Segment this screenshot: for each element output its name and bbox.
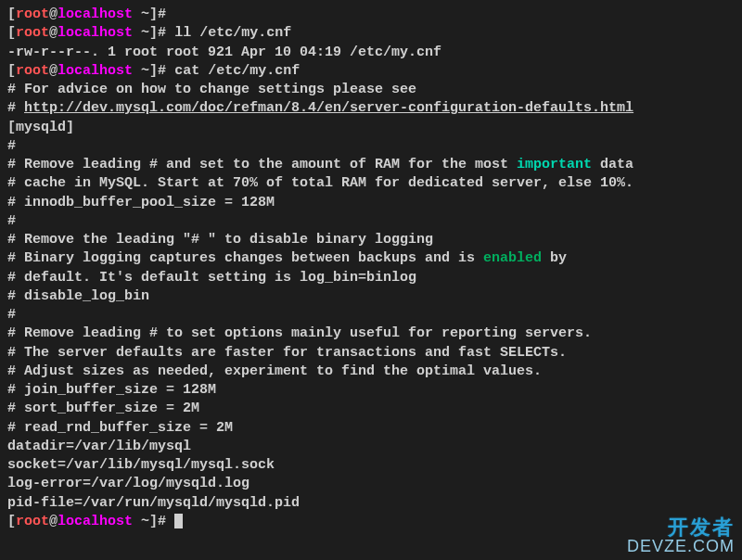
file-line: # Remove leading # to set options mainly…	[7, 325, 735, 343]
file-line: # default. It's default setting is log_b…	[7, 269, 735, 287]
prompt-line-4[interactable]: [root@localhost ~]#	[7, 513, 735, 531]
file-line: # The server defaults are faster for tra…	[7, 344, 735, 363]
file-line: # Remove the leading "# " to disable bin…	[7, 231, 735, 249]
terminal-output[interactable]: [root@localhost ~]# [root@localhost ~]# …	[7, 6, 735, 531]
file-line: log-error=/var/log/mysqld.log	[7, 475, 735, 493]
file-line: #	[7, 306, 735, 325]
file-line: #	[7, 212, 735, 231]
file-line: # disable_log_bin	[7, 287, 735, 306]
file-line: # innodb_buffer_pool_size = 128M	[7, 194, 735, 212]
file-line: datadir=/var/lib/mysql	[7, 438, 735, 456]
file-line: # Adjust sizes as needed, experiment to …	[7, 363, 735, 381]
cursor-icon	[174, 514, 183, 528]
watermark-en: DEVZE.COM	[627, 538, 735, 554]
prompt-line-2: [root@localhost ~]# ll /etc/my.cnf	[7, 24, 735, 43]
watermark-cn: 开发者	[627, 517, 735, 538]
file-line: # Binary logging captures changes betwee…	[7, 249, 735, 268]
file-line: # Remove leading # and set to the amount…	[7, 156, 735, 174]
prompt-line-1: [root@localhost ~]#	[7, 6, 735, 24]
file-line: # cache in MySQL. Start at 70% of total …	[7, 174, 735, 193]
file-line: #	[7, 137, 735, 156]
ll-output: -rw-r--r--. 1 root root 921 Apr 10 04:19…	[7, 44, 735, 62]
file-line: # sort_buffer_size = 2M	[7, 400, 735, 418]
prompt-line-3: [root@localhost ~]# cat /etc/my.cnf	[7, 62, 735, 81]
file-line: # http://dev.mysql.com/doc/refman/8.4/en…	[7, 99, 735, 118]
file-line: # read_rnd_buffer_size = 2M	[7, 419, 735, 438]
file-line: pid-file=/var/run/mysqld/mysqld.pid	[7, 494, 735, 513]
watermark: 开发者 DEVZE.COM	[627, 517, 735, 554]
file-line: [mysqld]	[7, 119, 735, 137]
file-line: socket=/var/lib/mysql/mysql.sock	[7, 456, 735, 475]
file-line: # For advice on how to change settings p…	[7, 81, 735, 99]
file-line: # join_buffer_size = 128M	[7, 381, 735, 400]
